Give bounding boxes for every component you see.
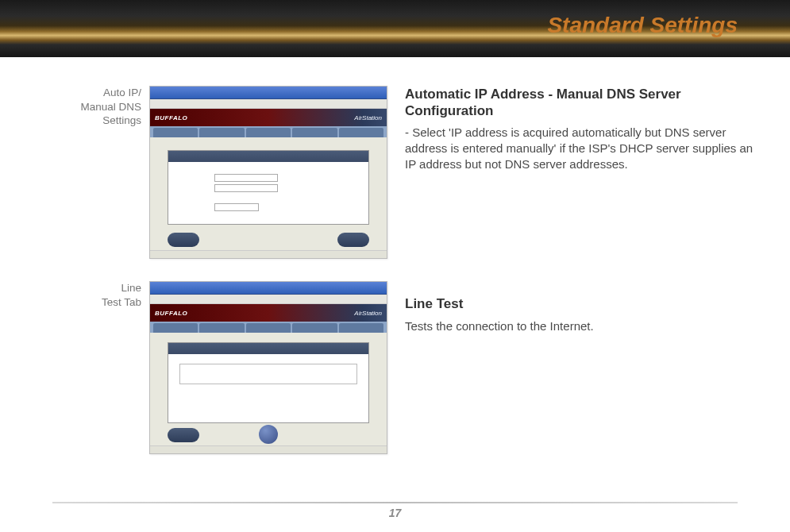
section-heading: Line Test <box>405 295 753 312</box>
page-number: 17 <box>0 507 790 519</box>
section-line-test: Line Test Tab BUFFALO AirStation <box>56 281 753 454</box>
brand-logo: BUFFALO <box>155 310 187 317</box>
brand-product: AirStation <box>354 310 382 317</box>
action-button-icon <box>259 425 278 444</box>
next-button-icon <box>337 233 369 247</box>
screenshot-thumb-col: BUFFALO AirStation <box>149 86 387 259</box>
back-button-icon <box>168 428 199 442</box>
section-text: Automatic IP Address - Manual DNS Server… <box>387 86 753 259</box>
footer-rule <box>52 502 738 503</box>
section-text: Line Test Tests the connection to the In… <box>387 281 753 454</box>
content-area: Auto IP/ Manual DNS Settings BUFFALO Air… <box>0 57 790 454</box>
screenshot-auto-ip: BUFFALO AirStation <box>149 86 387 259</box>
section-body: Tests the connection to the Internet. <box>405 318 753 334</box>
section-label: Line Test Tab <box>56 281 149 454</box>
section-label: Auto IP/ Manual DNS Settings <box>56 86 149 259</box>
section-body: - Select 'IP address is acquired automat… <box>405 125 753 173</box>
page-title: Standard Settings <box>547 13 738 38</box>
screenshot-thumb-col: BUFFALO AirStation <box>149 281 387 454</box>
header-band: Standard Settings <box>0 0 790 57</box>
screenshot-line-test: BUFFALO AirStation <box>149 281 387 454</box>
section-auto-ip: Auto IP/ Manual DNS Settings BUFFALO Air… <box>56 86 753 259</box>
back-button-icon <box>168 233 199 247</box>
section-heading: Automatic IP Address - Manual DNS Server… <box>405 86 753 120</box>
brand-product: AirStation <box>354 114 382 121</box>
brand-logo: BUFFALO <box>155 114 187 121</box>
